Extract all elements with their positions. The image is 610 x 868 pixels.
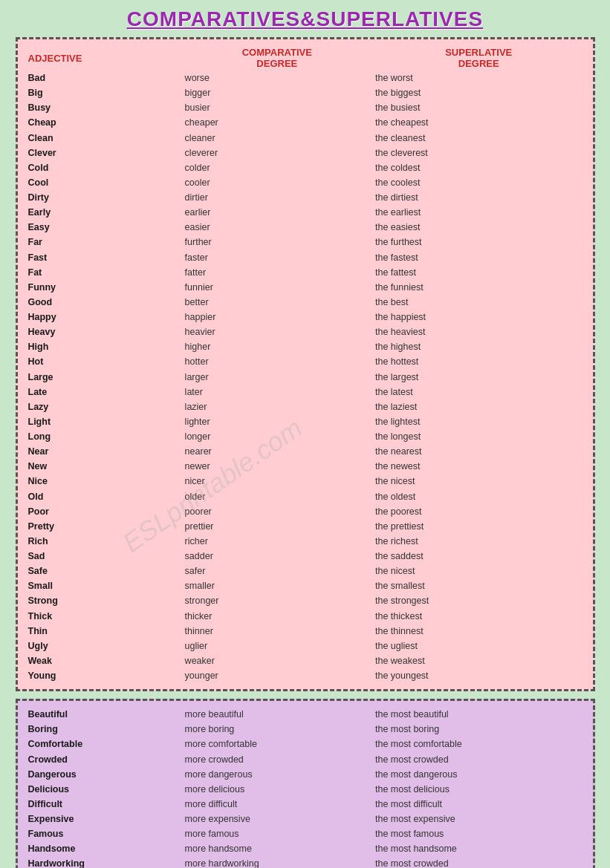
adjective-cell: Fat [25, 265, 182, 280]
adjective-cell: Strong [25, 593, 182, 608]
table-row: Bigbiggerthe biggest [25, 85, 585, 100]
superlative-cell: the most dangerous [372, 767, 585, 782]
comparative-cell: more beautiful [182, 707, 372, 722]
comparative-cell: cheaper [182, 115, 372, 130]
table-row: Richricherthe richest [25, 534, 585, 549]
comparative-cell: heavier [182, 324, 372, 339]
superlative-cell: the most beautiful [372, 707, 585, 722]
comparative-cell: worse [182, 71, 372, 85]
table-row: Sadsadderthe saddest [25, 549, 585, 564]
comparative-cell: newer [182, 459, 372, 474]
superlative-cell: the prettiest [372, 519, 585, 534]
comparative-cell: larger [182, 370, 372, 385]
table-row: Famousmore famousthe most famous [25, 826, 585, 841]
adjective-cell: Nice [25, 474, 182, 489]
table-row: Expensivemore expensivethe most expensiv… [25, 812, 585, 826]
superlative-cell: the coolest [372, 175, 585, 190]
superlative-cell: the poorest [372, 504, 585, 519]
superlative-cell: the most delicious [372, 782, 585, 797]
adjective-cell: New [25, 459, 182, 474]
comparative-cell: thinner [182, 624, 372, 639]
table-row: Crowdedmore crowdedthe most crowded [25, 752, 585, 767]
adjective-cell: Heavy [25, 324, 182, 339]
superlative-cell: the oldest [372, 489, 585, 504]
comparative-cell: later [182, 385, 372, 399]
adjective-cell: Long [25, 429, 182, 444]
comparative-cell: further [182, 235, 372, 249]
comparative-cell: stronger [182, 593, 372, 608]
adjective-cell: Boring [25, 722, 182, 737]
table-row: Busybusierthe busiest [25, 100, 585, 115]
superlative-cell: the cleverest [372, 146, 585, 160]
comparative-cell: safer [182, 564, 372, 578]
comparative-cell: more boring [182, 722, 372, 737]
table-row: Handsomemore handsomethe most handsome [25, 841, 585, 856]
superlative-cell: the heaviest [372, 324, 585, 339]
superlative-cell: the lightest [372, 414, 585, 429]
table-row: Smallsmallerthe smallest [25, 578, 585, 593]
adjective-cell: Small [25, 578, 182, 593]
table-row: Coolcoolerthe coolest [25, 175, 585, 190]
adjective-cell: Rich [25, 534, 182, 549]
superlative-cell: the cheapest [372, 115, 585, 130]
table-row: Farfurtherthe furthest [25, 235, 585, 249]
comparative-cell: easier [182, 220, 372, 235]
superlative-cell: the most famous [372, 826, 585, 841]
superlative-cell: the easiest [372, 220, 585, 235]
comparative-cell: nicer [182, 474, 372, 489]
table-row: Beautifulmore beautifulthe most beautifu… [25, 707, 585, 722]
superlative-cell: the dirtiest [372, 190, 585, 205]
superlative-cell: the hottest [372, 354, 585, 369]
adjective-cell: Thick [25, 609, 182, 624]
table-row: Latelaterthe latest [25, 385, 585, 399]
adjective-cell: Crowded [25, 752, 182, 767]
adjective-cell: Clever [25, 146, 182, 160]
superlative-cell: the youngest [372, 668, 585, 683]
superlative-cell: the saddest [372, 549, 585, 564]
table2-container: Beautifulmore beautifulthe most beautifu… [16, 699, 595, 868]
superlative-cell: the funniest [372, 280, 585, 295]
adjective-cell: Hardworking [25, 856, 182, 868]
comparative-cell: richer [182, 534, 372, 549]
superlative-cell: the biggest [372, 85, 585, 100]
superlative-cell: the coldest [372, 160, 585, 175]
table-row: Hothotterthe hottest [25, 354, 585, 369]
comparative-cell: faster [182, 250, 372, 265]
comparative-cell: more difficult [182, 797, 372, 812]
comparative-cell: fatter [182, 265, 372, 280]
table-row: Youngyoungerthe youngest [25, 668, 585, 683]
adjective-cell: Big [25, 85, 182, 100]
table-row: Safesaferthe nicest [25, 564, 585, 578]
comparative-cell: hotter [182, 354, 372, 369]
comparative-cell: cleverer [182, 146, 372, 160]
adjective-cell: Bad [25, 71, 182, 85]
superlative-cell: the fattest [372, 265, 585, 280]
table-row: Easyeasierthe easiest [25, 220, 585, 235]
table-row: Cleverclevererthe cleverest [25, 146, 585, 160]
superlative-cell: the happiest [372, 310, 585, 324]
table-row: Boringmore boringthe most boring [25, 722, 585, 737]
adjective-cell: Dangerous [25, 767, 182, 782]
table-row: Goodbetterthe best [25, 295, 585, 310]
table-row: Weakweakerthe weakest [25, 653, 585, 668]
adjective-cell: Sad [25, 549, 182, 564]
superlative-cell: the highest [372, 339, 585, 354]
comparatives-table1: ADJECTIVE COMPARATIVEDEGREE SUPERLATIVED… [25, 45, 585, 683]
adjective-cell: Weak [25, 653, 182, 668]
superlative-cell: the cleanest [372, 131, 585, 146]
table-row: Funnyfunnierthe funniest [25, 280, 585, 295]
superlative-cell: the fastest [372, 250, 585, 265]
table-row: Thickthickerthe thickest [25, 609, 585, 624]
superlative-cell: the most handsome [372, 841, 585, 856]
superlative-cell: the newest [372, 459, 585, 474]
adjective-cell: Expensive [25, 812, 182, 826]
adjective-cell: Fast [25, 250, 182, 265]
superlative-cell: the worst [372, 71, 585, 85]
comparative-cell: younger [182, 668, 372, 683]
superlative-cell: the busiest [372, 100, 585, 115]
adjective-cell: Old [25, 489, 182, 504]
table-row: Dangerousmore dangerousthe most dangerou… [25, 767, 585, 782]
adjective-cell: Cool [25, 175, 182, 190]
comparative-cell: more famous [182, 826, 372, 841]
table-row: Prettyprettierthe prettiest [25, 519, 585, 534]
